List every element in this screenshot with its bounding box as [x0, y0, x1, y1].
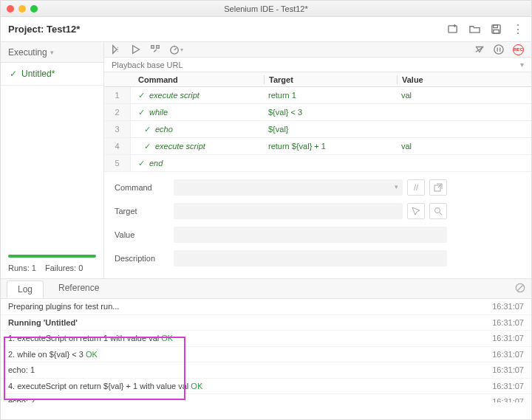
chevron-down-icon[interactable]: ▾ [520, 61, 524, 69]
command-row[interactable]: 3✓echo${val} [104, 121, 531, 138]
step-over-icon[interactable] [150, 44, 160, 55]
command-row[interactable]: 5✓end [104, 155, 531, 172]
editor-target-input[interactable] [174, 203, 403, 219]
row-value: val [397, 91, 531, 100]
base-url-input[interactable] [112, 61, 520, 69]
record-icon[interactable]: REC [513, 44, 524, 55]
sidebar: Executing▾ ✓ Untitled* Runs: 1 Failures:… [1, 42, 104, 278]
editor-target-label: Target [115, 207, 174, 216]
header-command: Command [131, 75, 264, 84]
test-item-untitled[interactable]: ✓ Untitled* [1, 63, 103, 86]
tab-reference[interactable]: Reference [48, 280, 109, 297]
titlebar: Selenium IDE - Test12* [1, 1, 531, 17]
editor-command-label: Command [115, 183, 174, 192]
log-line: echo: 116:31:07 [1, 362, 531, 379]
check-icon: ✓ [10, 69, 17, 79]
row-command: ✓execute script [131, 91, 264, 100]
window-close-button[interactable] [7, 5, 14, 13]
svg-rect-3 [494, 30, 499, 33]
progress-bar [8, 255, 96, 258]
row-target: ${val} < 3 [264, 108, 397, 117]
row-number: 5 [104, 155, 131, 171]
svg-rect-2 [494, 25, 498, 28]
toolbar: ▾ REC [104, 42, 531, 58]
log-body: Preparing plugins for test run...16:31:0… [1, 299, 531, 402]
speed-icon[interactable]: ▾ [169, 44, 183, 55]
check-icon: ✓ [144, 125, 151, 134]
row-target: return ${val} + 1 [264, 142, 397, 151]
command-row[interactable]: 2✓while${val} < 3 [104, 104, 531, 121]
window-zoom-button[interactable] [30, 5, 38, 13]
header-value: Value [397, 75, 531, 84]
log-tabs-bar: Log Reference [1, 278, 531, 299]
log-line: Running 'Untitled'16:31:07 [1, 315, 531, 331]
clear-log-icon[interactable] [515, 283, 525, 295]
more-menu-icon[interactable]: ⋮ [512, 24, 524, 35]
open-project-icon[interactable] [469, 24, 480, 35]
window-minimize-button[interactable] [18, 5, 26, 13]
log-line: Preparing plugins for test run...16:31:0… [1, 299, 531, 315]
check-icon: ✓ [138, 159, 145, 168]
row-number: 4 [104, 138, 131, 154]
project-name: Project: Test12* [8, 24, 80, 35]
row-target: return 1 [264, 91, 397, 100]
editor-value-label: Value [115, 230, 174, 239]
row-command: ✓end [131, 159, 264, 168]
editor-command-select[interactable] [174, 179, 403, 196]
select-target-button[interactable] [407, 203, 425, 219]
run-all-icon[interactable] [112, 44, 122, 55]
test-item-label: Untitled* [21, 69, 55, 79]
pause-on-exception-icon[interactable] [494, 44, 504, 55]
window-title: Selenium IDE - Test12* [1, 4, 531, 13]
editor-description-label: Description [115, 254, 174, 263]
command-table-header: Command Target Value [104, 72, 531, 87]
check-icon: ✓ [144, 142, 151, 151]
svg-rect-5 [157, 46, 160, 49]
disable-breakpoints-icon[interactable] [474, 44, 485, 55]
row-command: ✓echo [131, 125, 264, 134]
find-target-button[interactable] [429, 203, 447, 219]
row-command: ✓while [131, 108, 264, 117]
row-number: 2 [104, 104, 131, 120]
command-row[interactable]: 1✓execute scriptreturn 1val [104, 87, 531, 104]
row-value: val [397, 142, 531, 151]
check-icon: ✓ [138, 108, 145, 117]
editor-description-input[interactable] [174, 250, 447, 266]
check-icon: ✓ [138, 91, 145, 100]
log-line: 2. while on ${val} < 3 OK16:31:07 [1, 347, 531, 363]
tab-log[interactable]: Log [7, 280, 44, 298]
command-editor: Command // Target Value Desc [104, 172, 531, 278]
row-number: 1 [104, 87, 131, 103]
svg-rect-0 [449, 26, 457, 32]
row-command: ✓execute script [131, 142, 264, 151]
log-line: 4. executeScript on return ${val} + 1 wi… [1, 379, 531, 395]
base-url-row: ▾ [104, 58, 531, 72]
command-list: 1✓execute scriptreturn 1val2✓while${val}… [104, 87, 531, 172]
new-project-icon[interactable] [448, 24, 459, 35]
log-line: echo: 216:31:07 [1, 394, 531, 402]
run-stats: Runs: 1 Failures: 0 [1, 261, 103, 278]
row-target: ${val} [264, 125, 397, 134]
project-header: Project: Test12* ⋮ [1, 17, 531, 42]
execution-header[interactable]: Executing▾ [1, 42, 103, 63]
save-project-icon[interactable] [491, 24, 502, 35]
toggle-comment-button[interactable]: // [407, 179, 425, 196]
run-current-icon[interactable] [131, 44, 141, 55]
log-line: 1. executeScript on return 1 with value … [1, 331, 531, 347]
svg-rect-4 [151, 46, 154, 49]
open-new-window-button[interactable] [429, 179, 447, 196]
command-row[interactable]: 4✓execute scriptreturn ${val} + 1val [104, 138, 531, 155]
row-number: 3 [104, 121, 131, 137]
svg-point-7 [494, 45, 503, 54]
editor-value-input[interactable] [174, 227, 447, 243]
svg-point-9 [435, 208, 440, 213]
header-target: Target [264, 75, 397, 84]
